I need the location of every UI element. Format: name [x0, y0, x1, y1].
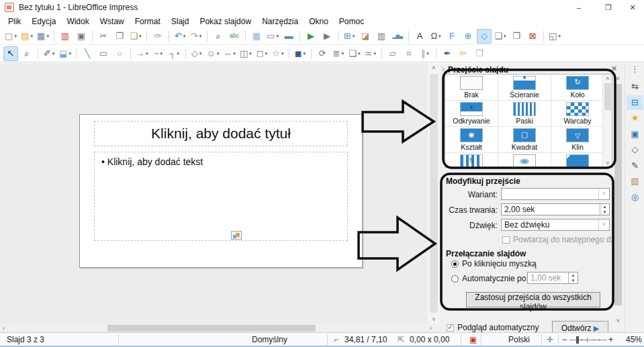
crop-image-button[interactable]: ⌗: [402, 46, 416, 61]
auto-after-spinbox[interactable]: 1,00 sek ▲▼: [527, 272, 578, 284]
stars-banners-button[interactable]: ☆▾: [271, 46, 285, 61]
fontwork-button[interactable]: F: [445, 29, 459, 44]
dropdown-arrow-icon[interactable]: ▾: [139, 34, 142, 39]
dropdown-arrow-icon[interactable]: ▾: [358, 51, 361, 56]
glue-points-button[interactable]: ✏: [456, 46, 471, 61]
transition-ksztalt[interactable]: Kształt: [445, 127, 498, 152]
zoom-pan-button[interactable]: ⌕: [19, 46, 34, 61]
horizontal-scrollbar-thumb[interactable]: [107, 325, 316, 332]
dropdown-arrow-icon[interactable]: ▾: [439, 34, 441, 39]
transition-list-scrollbar[interactable]: ˄ ˅: [602, 75, 612, 167]
sidebar-tab-master-slides[interactable]: ▣: [627, 127, 643, 142]
transition-brak[interactable]: Brak: [445, 75, 498, 100]
start-from-first-slide-button[interactable]: ▶: [304, 29, 318, 44]
zoom-slider-track[interactable]: [569, 340, 607, 340]
unsaved-changes-icon[interactable]: ▣: [469, 335, 477, 344]
spin-up-icon[interactable]: ▲: [569, 272, 578, 278]
transition-zanikanie[interactable]: Zanikanie: [498, 153, 551, 168]
zoom-level-status[interactable]: 45%: [626, 335, 642, 344]
flowchart-button[interactable]: ◫▾: [238, 46, 253, 61]
scroll-up-icon[interactable]: ˄: [428, 64, 440, 71]
on-click-radio[interactable]: [451, 260, 459, 268]
show-draw-functions-button[interactable]: ◇: [477, 29, 492, 44]
sound-dropdown[interactable]: Bez dźwięku ˅: [501, 219, 610, 231]
special-character-button[interactable]: Ω▾: [428, 29, 443, 44]
clone-formatting-button[interactable]: ✑: [150, 29, 165, 44]
rectangle-button[interactable]: ▭: [96, 46, 111, 61]
align-objects-button[interactable]: ≣▾: [331, 46, 346, 61]
dropdown-arrow-icon[interactable]: ▾: [199, 34, 202, 39]
dropdown-arrow-icon[interactable]: ▾: [217, 51, 220, 56]
line-color-button[interactable]: ✐▾: [42, 46, 56, 61]
spin-up-icon[interactable]: ▲: [600, 204, 609, 209]
menu-item-pomoc[interactable]: Pomoc: [334, 15, 369, 28]
sidebar-tab-navigator[interactable]: ◎: [627, 190, 643, 205]
spin-down-icon[interactable]: ▼: [569, 278, 578, 283]
dropdown-arrow-icon[interactable]: ▾: [504, 34, 506, 39]
menu-item-format[interactable]: Format: [130, 15, 166, 28]
start-from-current-slide-button[interactable]: ▶: [320, 29, 334, 44]
toggle-extrusion-button[interactable]: ❒: [472, 46, 487, 61]
menu-item-wstaw[interactable]: Wstaw: [95, 15, 130, 28]
variant-dropdown[interactable]: ˅: [501, 188, 610, 200]
rotate-button[interactable]: ⟳: [315, 46, 330, 61]
transition-kwadrat[interactable]: Kwadrat: [498, 127, 551, 152]
image-filter-button[interactable]: ∥▾: [418, 46, 432, 61]
transition-klin[interactable]: Klin: [551, 127, 604, 152]
dropdown-arrow-icon[interactable]: ▾: [276, 34, 279, 39]
repeat-sound-checkbox-row[interactable]: Powtarzaj do następnego dźwięku: [502, 235, 615, 244]
dropdown-arrow-icon[interactable]: ▾: [353, 34, 355, 39]
insert-textbox-button[interactable]: A: [412, 29, 427, 44]
edit-points-button[interactable]: ✒: [440, 46, 455, 61]
spelling-button[interactable]: abc: [227, 29, 242, 44]
duration-spinbox[interactable]: 2,00 sek ▲▼: [501, 203, 610, 215]
scroll-up-icon[interactable]: ˄: [612, 75, 624, 82]
sidebar-tab-slide-transition[interactable]: ⊟: [627, 95, 643, 110]
fit-slide-icon[interactable]: ✛: [547, 335, 553, 344]
auto-after-radio[interactable]: [451, 275, 459, 283]
transition-paski[interactable]: Paski: [498, 101, 551, 126]
insert-table-button[interactable]: ⊞▾: [342, 29, 357, 44]
menu-item-pokaz-slajdow[interactable]: Pokaz slajdów: [194, 15, 257, 28]
display-grid-button[interactable]: ▦: [249, 29, 264, 44]
sidebar-tab-gallery[interactable]: ▧: [627, 174, 643, 189]
scroll-down-icon[interactable]: ˅: [612, 317, 624, 324]
curves-polygons-button[interactable]: ~▾: [151, 46, 166, 61]
vertical-scrollbar-thumb[interactable]: [430, 74, 438, 313]
panel-close-icon[interactable]: ✕: [611, 64, 617, 73]
cut-button[interactable]: ✂: [96, 29, 111, 44]
dropdown-arrow-icon[interactable]: ▾: [177, 51, 179, 56]
new-button[interactable]: ▢▾: [3, 29, 18, 44]
close-button[interactable]: ✕: [618, 0, 644, 15]
insert-image-placeholder-icon[interactable]: [231, 231, 242, 240]
zoom-slider-thumb[interactable]: [576, 336, 579, 344]
find-replace-button[interactable]: ⌕: [211, 29, 226, 44]
scroll-up-icon[interactable]: ˄: [603, 75, 612, 82]
scroll-down-icon[interactable]: ˅: [603, 160, 612, 166]
vertical-scrollbar[interactable]: ˄ ˅: [428, 63, 440, 324]
transition-wsuwanie[interactable]: Wsuwanie: [551, 153, 604, 168]
sidebar-settings-icon[interactable]: ⋮: [625, 64, 644, 74]
arrange-button[interactable]: ❏▾: [347, 46, 362, 61]
undo-button[interactable]: ↶▾: [173, 29, 187, 44]
sidebar-tab-shapes[interactable]: ◇: [627, 142, 643, 157]
dropdown-arrow-icon[interactable]: ▾: [183, 34, 186, 39]
scroll-right-icon[interactable]: ›: [430, 324, 432, 332]
menu-item-okno[interactable]: Okno: [304, 15, 334, 28]
scroll-left-icon[interactable]: ‹: [3, 324, 5, 332]
duplicate-slide-button[interactable]: ❐: [509, 29, 524, 44]
insert-chart-button[interactable]: ▂▆▄: [390, 29, 405, 44]
dropdown-arrow-icon[interactable]: ▾: [160, 51, 163, 56]
paste-button[interactable]: ❑▾: [128, 29, 143, 44]
select-button[interactable]: ↖: [3, 46, 18, 61]
insert-image-button[interactable]: ◪: [358, 29, 373, 44]
dropdown-arrow-icon[interactable]: ▾: [303, 51, 306, 56]
dropdown-arrow-icon[interactable]: ▾: [146, 51, 148, 56]
transition-scrollbar-thumb[interactable]: [604, 83, 611, 110]
print-button[interactable]: ▣: [74, 29, 89, 44]
menu-item-edycja[interactable]: Edycja: [26, 15, 61, 28]
redo-button[interactable]: ↷▾: [189, 29, 203, 44]
new-slide-button[interactable]: ❏▾: [493, 29, 508, 44]
horizontal-scrollbar[interactable]: ‹ ›: [0, 324, 440, 332]
connectors-button[interactable]: ┐▾: [167, 46, 182, 61]
